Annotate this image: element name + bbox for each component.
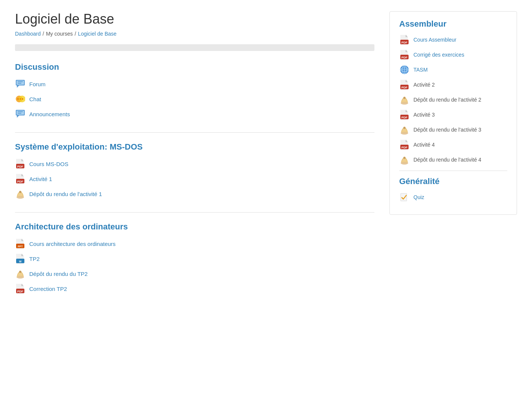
ppt-icon: PPT xyxy=(15,238,26,249)
svg-text:PDF: PDF xyxy=(401,86,407,89)
list-item: PDF Activité 4 xyxy=(399,139,507,150)
cours-msdos-link[interactable]: Cours MS-DOS xyxy=(29,161,68,167)
discussion-list: Forum Chat xyxy=(15,79,374,119)
svg-marker-12 xyxy=(17,115,19,118)
activite3-text: Activité 3 xyxy=(413,112,435,118)
breadcrumb-course[interactable]: Logiciel de Base xyxy=(78,31,117,37)
cours-assembleur-link[interactable]: Cours Assembleur xyxy=(413,37,456,43)
announcements-icon xyxy=(15,109,26,119)
divider-2 xyxy=(15,212,374,213)
quiz-link[interactable]: Quiz xyxy=(413,194,424,200)
svg-rect-4 xyxy=(18,83,21,84)
list-item: Dépôt du rendu de l'activité 2 xyxy=(399,94,507,105)
depot-activite4-text: Dépôt du rendu de l'activité 4 xyxy=(413,157,481,163)
corrige-exercices-link[interactable]: Corrigé des exercices xyxy=(413,52,464,58)
section-discussion: Discussion Forum xyxy=(15,62,374,119)
sidebar: Assembleur PDF Cours Assembleur xyxy=(389,11,517,307)
svg-point-7 xyxy=(17,98,19,100)
list-item: Dépôt du rendu de l'activité 4 xyxy=(399,154,507,165)
svg-rect-11 xyxy=(17,111,24,115)
svg-point-26 xyxy=(19,191,21,193)
list-item: PDF Corrigé des exercices xyxy=(399,49,507,60)
list-item: PDF Activité 2 xyxy=(399,79,507,90)
depot-tp2-link[interactable]: Dépôt du rendu du TP2 xyxy=(29,271,88,277)
svg-text:PDF: PDF xyxy=(401,116,407,119)
url-icon xyxy=(399,64,410,75)
announcements-link[interactable]: Announcements xyxy=(29,111,70,117)
pdf-icon: PDF xyxy=(399,49,410,60)
pdf-icon: PDF xyxy=(399,79,410,90)
svg-text:PDF: PDF xyxy=(401,56,407,59)
svg-rect-3 xyxy=(18,81,23,82)
assembleur-list: PDF Cours Assembleur PDF xyxy=(399,34,507,165)
chat-link[interactable]: Chat xyxy=(29,96,41,102)
forum-icon xyxy=(15,79,26,89)
pdf-icon: PDF xyxy=(15,283,26,294)
svg-text:PDF: PDF xyxy=(17,180,23,183)
depot-activite2-text: Dépôt du rendu de l'activité 2 xyxy=(413,97,481,103)
svg-rect-13 xyxy=(18,111,23,112)
list-item: PDF Activité 1 xyxy=(15,174,374,184)
assign-icon xyxy=(399,124,410,135)
architecture-list: PPT Cours architecture des ordinateurs W xyxy=(15,238,374,294)
assign-icon xyxy=(399,94,410,105)
svg-rect-1 xyxy=(17,81,24,85)
activite1-link[interactable]: Activité 1 xyxy=(29,176,52,182)
svg-point-9 xyxy=(22,98,23,100)
depot-activite3-text: Dépôt du rendu de l'activité 3 xyxy=(413,127,481,133)
section-architecture-title: Architecture des ordinateurs xyxy=(15,222,374,232)
breadcrumb-dashboard[interactable]: Dashboard xyxy=(15,31,41,37)
pdf-icon: PDF xyxy=(399,34,410,45)
generalite-list: Quiz xyxy=(399,192,507,202)
depot-activite1-link[interactable]: Dépôt du rendu de l'activité 1 xyxy=(29,191,102,197)
svg-text:PDF: PDF xyxy=(17,290,23,293)
cours-architecture-link[interactable]: Cours architecture des ordinateurs xyxy=(29,241,116,247)
chat-icon xyxy=(15,94,26,104)
list-item: PDF Activité 3 xyxy=(399,109,507,120)
svg-point-65 xyxy=(403,97,406,99)
activite2-text: Activité 2 xyxy=(413,82,435,88)
forum-link[interactable]: Forum xyxy=(29,81,45,87)
section-architecture: Architecture des ordinateurs PPT Cours a… xyxy=(15,222,374,294)
section-discussion-title: Discussion xyxy=(15,62,374,72)
pdf-icon: PDF xyxy=(399,109,410,120)
list-item: Announcements xyxy=(15,109,374,119)
breadcrumb: Dashboard / My courses / Logiciel de Bas… xyxy=(15,31,374,37)
breadcrumb-sep-2: / xyxy=(75,31,76,37)
svg-text:PPT: PPT xyxy=(18,245,23,248)
assign-icon xyxy=(15,189,26,199)
msdos-list: PDF Cours MS-DOS PDF xyxy=(15,159,374,199)
tasm-link[interactable]: TASM xyxy=(413,67,428,73)
list-item: TASM xyxy=(399,64,507,75)
tp2-link[interactable]: TP2 xyxy=(29,256,40,262)
sidebar-divider-1 xyxy=(399,171,507,171)
word-icon: W xyxy=(15,253,26,264)
main-content: Logiciel de Base Dashboard / My courses … xyxy=(15,11,374,307)
svg-point-8 xyxy=(20,98,21,100)
svg-text:W: W xyxy=(19,260,22,263)
assign-icon xyxy=(399,154,410,165)
section-msdos-title: Système d'exploitation: MS-DOS xyxy=(15,142,374,152)
list-item: Forum xyxy=(15,79,374,89)
sidebar-generalite-title: Généralité xyxy=(399,177,507,186)
svg-point-72 xyxy=(403,127,406,129)
list-item: PPT Cours architecture des ordinateurs xyxy=(15,238,374,249)
pdf-icon: PDF xyxy=(15,159,26,169)
list-item: W TP2 xyxy=(15,253,374,264)
list-item: Quiz xyxy=(399,192,507,202)
sidebar-assembleur-title: Assembleur xyxy=(399,19,507,29)
pdf-icon: PDF xyxy=(15,174,26,184)
list-item: PDF Cours Assembleur xyxy=(399,34,507,45)
section-msdos: Système d'exploitation: MS-DOS PDF Cours… xyxy=(15,142,374,199)
svg-text:PDF: PDF xyxy=(401,41,407,44)
correction-tp2-link[interactable]: Correction TP2 xyxy=(29,286,67,292)
svg-rect-14 xyxy=(18,113,21,114)
svg-point-38 xyxy=(19,271,21,273)
list-item: Dépôt du rendu de l'activité 3 xyxy=(399,124,507,135)
breadcrumb-mycourses: My courses xyxy=(46,31,73,37)
activite4-text: Activité 4 xyxy=(413,142,435,148)
list-item: PDF Cours MS-DOS xyxy=(15,159,374,169)
list-item: PDF Correction TP2 xyxy=(15,283,374,294)
quiz-icon xyxy=(399,192,410,202)
page-title: Logiciel de Base xyxy=(15,11,374,27)
